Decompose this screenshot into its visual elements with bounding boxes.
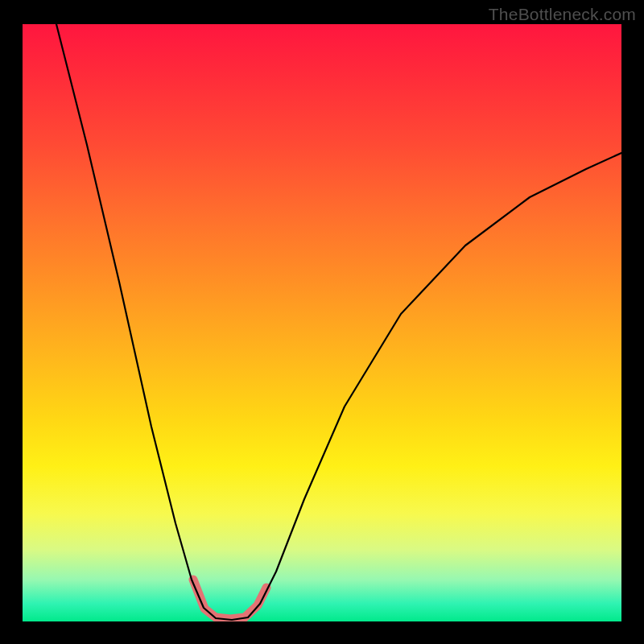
- curve-svg: [23, 24, 621, 621]
- watermark-text: TheBottleneck.com: [489, 5, 636, 24]
- optimal-highlight-path: [193, 580, 266, 619]
- plot-area: [23, 24, 621, 621]
- chart-frame: TheBottleneck.com: [0, 0, 644, 644]
- bottleneck-curve-path: [56, 24, 621, 620]
